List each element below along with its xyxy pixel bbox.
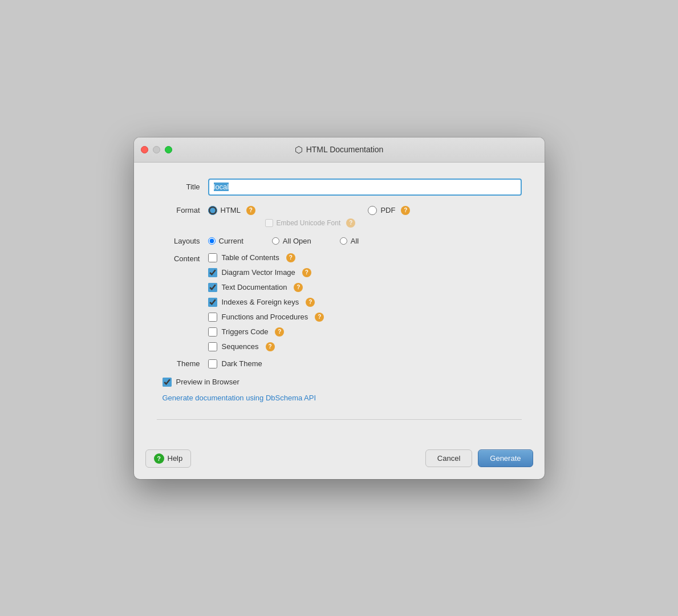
window-icon: ⬡ (295, 144, 303, 155)
window-title: ⬡ HTML Documentation (295, 144, 384, 155)
textdoc-help-icon[interactable]: ? (294, 283, 303, 292)
preview-label: Preview in Browser (176, 378, 239, 386)
preview-checkbox[interactable] (163, 378, 172, 387)
functions-checkbox[interactable] (208, 313, 217, 322)
toc-label: Table of Contents (222, 253, 279, 262)
format-html-option: HTML ? (208, 206, 255, 215)
layout-current-label: Current (219, 237, 243, 245)
layout-allopen-label: All Open (283, 237, 311, 245)
sequences-checkbox[interactable] (208, 342, 217, 351)
format-html-help-icon[interactable]: ? (246, 206, 255, 215)
dark-theme-item: Dark Theme (208, 359, 262, 368)
triggers-label: Triggers Code (222, 327, 269, 336)
preview-row: Preview in Browser (163, 378, 522, 387)
theme-row: Theme Dark Theme (157, 359, 522, 368)
api-link[interactable]: Generate documentation using DbSchema AP… (163, 394, 522, 402)
title-label: Title (157, 183, 208, 191)
generate-button[interactable]: Generate (478, 449, 533, 467)
content-toc-item: Table of Contents ? (208, 253, 324, 262)
dialog-footer: ? Help Cancel Generate (134, 443, 545, 479)
dialog-window: ⬡ HTML Documentation Title Format HTML ?… (134, 137, 545, 479)
indexes-checkbox[interactable] (208, 298, 217, 307)
layouts-all-option: All (340, 237, 359, 245)
dvi-checkbox[interactable] (208, 268, 217, 277)
content-section: Content Table of Contents ? Diagram Vect… (157, 253, 522, 351)
sequences-help-icon[interactable]: ? (266, 342, 275, 351)
minimize-button[interactable] (153, 146, 160, 153)
format-pdf-label: PDF (380, 206, 395, 214)
dvi-label: Diagram Vector Image (222, 268, 295, 277)
layouts-label: Layouts (157, 237, 208, 245)
layouts-row: Layouts Current All Open All (157, 237, 522, 245)
dialog-content: Title Format HTML ? PDF ? Embed Unicode … (134, 163, 545, 443)
content-textdoc-item: Text Documentation ? (208, 283, 324, 292)
title-bar: ⬡ HTML Documentation (134, 137, 545, 163)
textdoc-label: Text Documentation (222, 283, 287, 291)
textdoc-checkbox[interactable] (208, 283, 217, 292)
content-indexes-item: Indexes & Foreign keys ? (208, 298, 324, 307)
content-functions-item: Functions and Procedures ? (208, 313, 324, 322)
functions-help-icon[interactable]: ? (315, 313, 324, 322)
format-pdf-help-icon[interactable]: ? (401, 206, 410, 215)
right-buttons: Cancel Generate (425, 449, 533, 467)
layouts-current-option: Current (208, 237, 243, 245)
help-button-icon: ? (154, 453, 164, 464)
content-label: Content (157, 253, 208, 351)
toc-help-icon[interactable]: ? (286, 253, 295, 262)
help-button[interactable]: ? Help (145, 449, 192, 468)
layouts-allopen-option: All Open (272, 237, 311, 245)
format-label: Format (157, 206, 208, 214)
title-row: Title (157, 179, 522, 196)
theme-label: Theme (157, 359, 208, 368)
embed-unicode-checkbox[interactable] (265, 219, 273, 227)
content-sequences-item: Sequences ? (208, 342, 324, 351)
layout-current-radio[interactable] (208, 237, 216, 245)
indexes-help-icon[interactable]: ? (306, 298, 315, 307)
help-button-label: Help (168, 454, 183, 463)
footer-divider (157, 419, 522, 420)
close-button[interactable] (141, 146, 148, 153)
embed-unicode-row: Embed Unicode Font ? (265, 218, 522, 228)
layout-all-label: All (351, 237, 359, 245)
format-html-label: HTML (221, 206, 241, 214)
dvi-help-icon[interactable]: ? (302, 268, 311, 277)
format-row: Format HTML ? PDF ? (157, 206, 522, 215)
content-triggers-item: Triggers Code ? (208, 327, 324, 337)
functions-label: Functions and Procedures (222, 313, 308, 321)
dark-theme-label: Dark Theme (222, 359, 262, 368)
layouts-options: Current All Open All (208, 237, 359, 245)
triggers-help-icon[interactable]: ? (275, 327, 284, 337)
indexes-label: Indexes & Foreign keys (222, 298, 299, 306)
dark-theme-checkbox[interactable] (208, 359, 217, 368)
triggers-checkbox[interactable] (208, 327, 217, 337)
content-checkboxes: Table of Contents ? Diagram Vector Image… (208, 253, 324, 351)
layout-allopen-radio[interactable] (272, 237, 279, 245)
maximize-button[interactable] (165, 146, 172, 153)
embed-unicode-label: Embed Unicode Font (277, 219, 341, 227)
layout-all-radio[interactable] (340, 237, 347, 245)
cancel-button[interactable]: Cancel (425, 449, 472, 467)
sequences-label: Sequences (222, 342, 259, 351)
embed-unicode-help-icon: ? (346, 218, 355, 228)
format-html-radio[interactable] (208, 206, 217, 215)
toc-checkbox[interactable] (208, 253, 217, 262)
traffic-lights (141, 146, 172, 153)
content-dvi-item: Diagram Vector Image ? (208, 268, 324, 277)
format-pdf-option: PDF ? (368, 206, 410, 215)
format-pdf-radio[interactable] (368, 206, 377, 215)
title-input[interactable] (208, 179, 522, 196)
